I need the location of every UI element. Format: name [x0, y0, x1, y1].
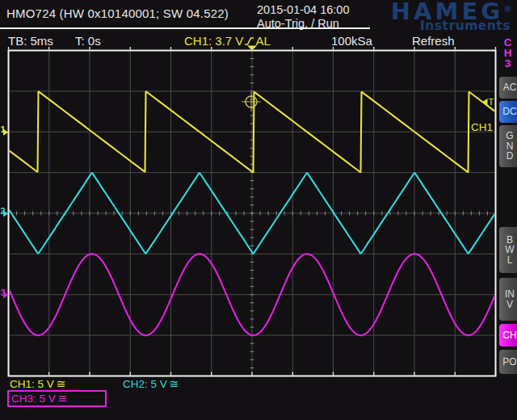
- coupling-dc-button[interactable]: DC: [499, 101, 517, 123]
- hameg-logo: HAMEG® Instruments: [391, 0, 512, 32]
- registered-mark: ®: [503, 4, 512, 15]
- ch2-scale-label: CH2: 5 V≅: [123, 377, 179, 390]
- datetime: 2015-01-04 16:00: [257, 3, 350, 16]
- menu-title-ch3: CH3: [502, 37, 514, 69]
- model-info: HMO724 (HW 0x10140001; SW 04.522): [6, 6, 229, 20]
- trigger-level-letter: T: [489, 97, 494, 107]
- ch3-scale-label: CH3: 5 V≅: [11, 392, 68, 405]
- channel-button[interactable]: CH: [499, 324, 517, 346]
- scope-markers: 123TCH1: [1, 46, 494, 299]
- ch2-coupling-icon: ≅: [170, 377, 179, 390]
- ch1-trace-label: CH1: [471, 121, 493, 133]
- ch3-coupling-icon: ≅: [58, 392, 68, 405]
- ch3-selected-box: CH3: 5 V≅: [7, 390, 107, 407]
- ch1-coupling-icon: ≅: [57, 377, 66, 390]
- scope-display: 123TCH1: [0, 45, 517, 378]
- coupling-gnd-button[interactable]: GND: [499, 125, 517, 167]
- channel-zero-marker-ch2: 2: [1, 206, 9, 217]
- oscilloscope-screen: HMO724 (HW 0x10140001; SW 04.522) 2015-0…: [0, 0, 517, 420]
- ch1-scale-label: CH1: 5 V≅: [10, 377, 66, 390]
- coupling-ac-button[interactable]: AC: [499, 77, 517, 99]
- header-separator: [0, 27, 370, 29]
- invert-button[interactable]: INV: [499, 278, 517, 321]
- channel-zero-marker-ch1: 1: [1, 124, 9, 136]
- channel-zero-marker-ch3: 3: [1, 288, 9, 299]
- bandwidth-limit-button[interactable]: BWL: [499, 227, 517, 273]
- trigger-level-marker: T: [483, 97, 494, 107]
- position-button[interactable]: PO: [499, 350, 517, 374]
